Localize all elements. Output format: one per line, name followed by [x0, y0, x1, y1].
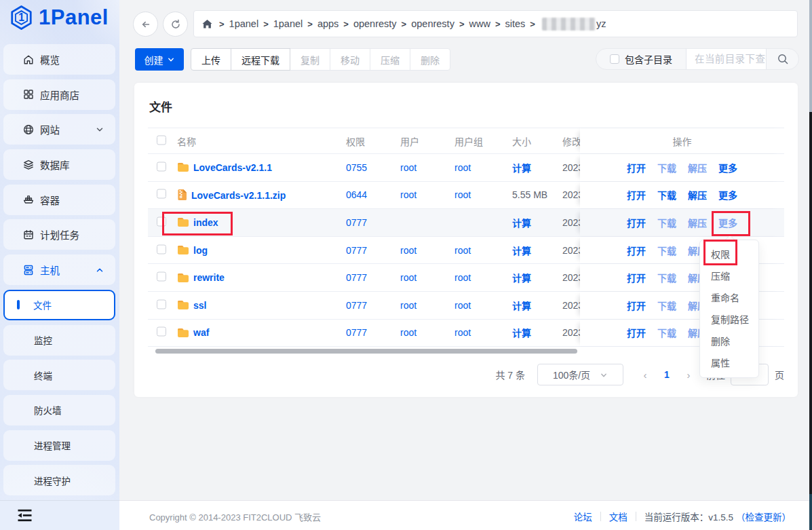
group-link[interactable]: root	[455, 272, 471, 283]
permission-link[interactable]: 0777	[346, 327, 367, 338]
size-cell[interactable]: 计算	[512, 244, 531, 257]
download-link[interactable]: 下载	[657, 244, 676, 257]
file-name-link[interactable]: LoveCards-v2.1.1	[193, 162, 272, 173]
next-page-button[interactable]: ›	[678, 369, 699, 381]
unzip-link[interactable]: 解压	[688, 216, 707, 229]
forum-link[interactable]: 论坛	[574, 510, 592, 523]
brand-logo[interactable]: 1 1Panel	[10, 5, 109, 31]
dropdown-menu-item[interactable]: 属性	[700, 352, 758, 374]
more-link[interactable]: 更多	[718, 161, 737, 174]
user-link[interactable]: root	[400, 189, 417, 200]
breadcrumb-item[interactable]: >openresty	[339, 18, 396, 29]
user-link[interactable]: root	[400, 300, 417, 311]
sidebar-item-process-manage[interactable]: 进程管理	[3, 430, 115, 461]
user-link[interactable]: root	[400, 272, 417, 283]
breadcrumb-item[interactable]: >www	[455, 18, 490, 29]
size-cell[interactable]: 计算	[512, 216, 531, 229]
create-button[interactable]: 创建	[135, 48, 184, 71]
refresh-button[interactable]	[163, 12, 188, 37]
user-link[interactable]: root	[400, 162, 417, 173]
size-cell[interactable]: 计算	[512, 326, 531, 339]
row-checkbox[interactable]	[157, 162, 166, 171]
sidebar-item-container[interactable]: 容器	[3, 185, 115, 215]
unzip-link[interactable]: 解压	[688, 188, 707, 202]
size-cell[interactable]: 计算	[512, 271, 531, 284]
sidebar-item-database[interactable]: 数据库	[3, 149, 115, 180]
col-size[interactable]: 大小	[512, 134, 531, 148]
dropdown-menu-item[interactable]: 重命名	[700, 287, 758, 309]
open-link[interactable]: 打开	[627, 271, 646, 284]
toolbar-button[interactable]: 移动	[330, 48, 370, 71]
size-cell[interactable]: 计算	[512, 161, 531, 174]
download-link[interactable]: 下载	[657, 188, 676, 202]
open-link[interactable]: 打开	[627, 216, 646, 229]
group-link[interactable]: root	[455, 300, 471, 311]
permission-link[interactable]: 0777	[346, 217, 367, 228]
toolbar-button[interactable]: 上传	[191, 48, 231, 71]
sidebar-item-process-guard[interactable]: 进程守护	[3, 465, 115, 495]
open-link[interactable]: 打开	[627, 326, 646, 339]
toolbar-button[interactable]: 删除	[410, 48, 450, 71]
row-checkbox[interactable]	[157, 189, 166, 199]
sidebar-item-monitor[interactable]: 监控	[3, 325, 115, 356]
breadcrumb-item[interactable]: >openresty	[397, 18, 455, 29]
group-link[interactable]: root	[455, 162, 471, 173]
permission-link[interactable]: 0777	[346, 272, 367, 283]
include-subdir-checkbox[interactable]	[610, 54, 619, 64]
col-modified[interactable]: 修改时间	[562, 134, 580, 148]
permission-link[interactable]: 0644	[346, 189, 367, 200]
more-link[interactable]: 更多	[718, 188, 737, 202]
breadcrumb-item[interactable]: >sites	[490, 18, 525, 29]
file-name-link[interactable]: rewrite	[193, 272, 225, 283]
collapse-sidebar-icon[interactable]	[18, 509, 32, 522]
sidebar-item-overview[interactable]: 概览	[3, 44, 115, 75]
size-cell[interactable]: 5.55 MB	[512, 189, 547, 200]
dropdown-menu-item[interactable]: 复制路径	[700, 309, 758, 330]
search-input[interactable]	[686, 48, 767, 70]
download-link[interactable]: 下载	[657, 271, 676, 284]
file-name-link[interactable]: LoveCards-v2.1.1.zip	[191, 189, 286, 200]
open-link[interactable]: 打开	[627, 299, 646, 312]
dropdown-menu-item[interactable]: 删除	[700, 330, 758, 352]
prev-page-button[interactable]: ‹	[634, 369, 656, 381]
download-link[interactable]: 下载	[657, 161, 676, 174]
group-link[interactable]: root	[455, 327, 471, 338]
search-button[interactable]	[767, 49, 798, 69]
sidebar-item-appstore[interactable]: 应用商店	[3, 79, 115, 110]
download-link[interactable]: 下载	[657, 326, 676, 339]
user-link[interactable]: root	[400, 327, 417, 338]
group-link[interactable]: root	[455, 245, 471, 256]
permission-link[interactable]: 0777	[346, 245, 367, 256]
page-size-select[interactable]: 100条/页	[537, 364, 623, 385]
breadcrumb-item[interactable]: >1panel	[258, 18, 303, 29]
select-all-checkbox[interactable]	[157, 135, 166, 145]
sidebar-item-host[interactable]: 主机	[3, 254, 115, 285]
sidebar-item-files[interactable]: 文件	[3, 290, 115, 320]
docs-link[interactable]: 文档	[609, 510, 627, 523]
sidebar-item-website[interactable]: 网站	[3, 114, 115, 145]
breadcrumb-item[interactable]: >apps	[303, 18, 339, 29]
open-link[interactable]: 打开	[627, 188, 646, 202]
file-name-link[interactable]: log	[193, 245, 208, 256]
group-link[interactable]: root	[455, 189, 471, 200]
toolbar-button[interactable]: 压缩	[370, 48, 410, 71]
sidebar-item-cronjob[interactable]: 计划任务	[3, 219, 115, 250]
home-breadcrumb-icon[interactable]	[201, 18, 213, 30]
back-button[interactable]	[133, 12, 158, 37]
file-name-link[interactable]: waf	[193, 327, 209, 338]
sidebar-item-terminal[interactable]: 终端	[3, 360, 115, 390]
row-checkbox[interactable]	[157, 272, 166, 282]
size-cell[interactable]: 计算	[512, 299, 531, 312]
row-checkbox[interactable]	[157, 244, 166, 254]
dropdown-menu-item[interactable]: 压缩	[700, 265, 758, 287]
user-link[interactable]: root	[400, 245, 417, 256]
open-link[interactable]: 打开	[627, 161, 646, 174]
unzip-link[interactable]: 解压	[688, 161, 707, 174]
col-name[interactable]: 名称	[177, 134, 196, 148]
include-subdir-toggle[interactable]: 包含子目录	[596, 52, 686, 66]
row-checkbox[interactable]	[157, 299, 166, 309]
open-link[interactable]: 打开	[627, 244, 646, 257]
check-update-link[interactable]: （检查更新）	[736, 510, 791, 523]
breadcrumb-item[interactable]: >1panel	[214, 18, 258, 29]
toolbar-button[interactable]: 复制	[290, 48, 330, 71]
